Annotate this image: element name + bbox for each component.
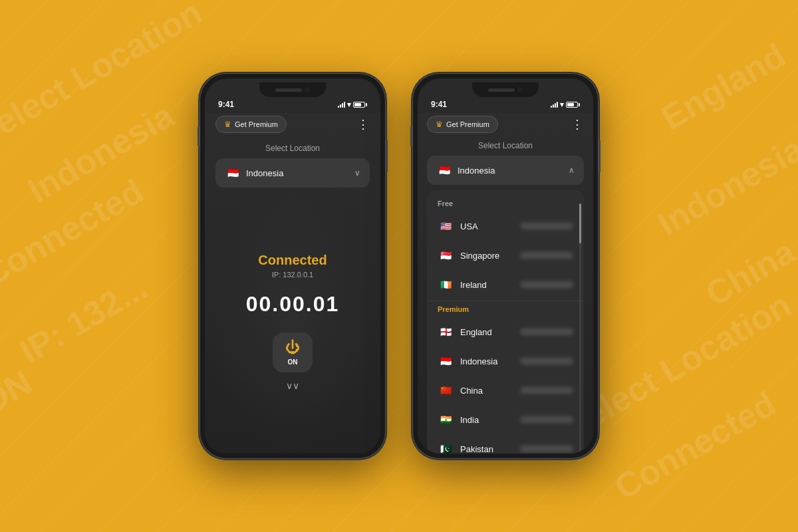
status-bar-2: 9:41 ▾ — [418, 97, 593, 113]
list-item-england[interactable]: 🏴󠁧󠁢󠁥󠁮󠁧󠁿 England — [427, 317, 584, 346]
camera-1 — [305, 87, 310, 92]
watermark-2: Indonesia — [21, 95, 180, 210]
country-name-2: Indonesia — [458, 166, 495, 176]
flag-england: 🏴󠁧󠁢󠁥󠁮󠁧󠁿 — [438, 324, 454, 340]
side-button-right — [386, 140, 388, 173]
app-content-1: ♛ Get Premium ⋮ Select Location 🇮🇩 Indon… — [205, 113, 380, 454]
location-dropdown-1[interactable]: 🇮🇩 Indonesia ∨ — [215, 158, 370, 188]
flag-indonesia: 🇮🇩 — [438, 353, 454, 369]
list-item-singapore[interactable]: 🇸🇬 Singapore — [427, 241, 584, 270]
country-name-usa: USA — [460, 221, 513, 231]
flag-pakistan: 🇵🇰 — [438, 441, 454, 454]
side-button-left-2 — [410, 126, 412, 146]
power-button-1[interactable]: ⏻ ON — [273, 332, 313, 372]
country-name-indonesia: Indonesia — [460, 356, 513, 366]
watermark-6: England — [654, 35, 793, 138]
on-label-1: ON — [288, 358, 298, 366]
flag-india: 🇮🇳 — [438, 412, 454, 428]
ip-address-1: IP: 132.0.0.1 — [272, 271, 313, 279]
status-icons-1: ▾ — [338, 100, 367, 109]
power-button-wrap-1: ⏻ ON — [273, 332, 313, 372]
flag-china: 🇨🇳 — [438, 382, 454, 398]
premium-button-1[interactable]: ♛ Get Premium — [215, 116, 287, 133]
location-left-2: 🇮🇩 Indonesia — [436, 162, 495, 178]
scrollbar-track — [579, 203, 581, 454]
flag-circle-1: 🇮🇩 — [225, 165, 241, 181]
location-dropdown-2[interactable]: 🇮🇩 Indonesia ∧ — [427, 156, 584, 185]
list-item-indonesia[interactable]: 🇮🇩 Indonesia — [427, 346, 584, 376]
premium-label-2: Get Premium — [446, 120, 489, 128]
phone-dropdown: 9:41 ▾ ♛ Get Premium ⋮ — [412, 73, 598, 459]
server-info-singapore — [520, 252, 573, 259]
status-bar-1: 9:41 ▾ — [205, 97, 380, 113]
status-time-2: 9:41 — [431, 100, 447, 109]
map-background-1 — [205, 188, 380, 454]
country-name-india: India — [460, 415, 513, 425]
server-info-indonesia — [520, 358, 573, 364]
section-divider — [427, 301, 584, 301]
select-location-label-2: Select Location — [427, 141, 584, 150]
country-name-singapore: Singapore — [460, 251, 513, 261]
wifi-icon-2: ▾ — [560, 100, 564, 109]
phone-screen-2: 9:41 ▾ ♛ Get Premium ⋮ — [418, 78, 593, 454]
list-item-usa[interactable]: 🇺🇸 USA — [427, 211, 584, 241]
server-info-india — [520, 416, 573, 423]
server-info-usa — [520, 223, 573, 229]
free-section-label: Free — [427, 197, 584, 211]
watermark-10: Connected — [608, 384, 783, 507]
location-left-1: 🇮🇩 Indonesia — [225, 165, 283, 181]
power-icon-1: ⏻ — [285, 339, 300, 356]
country-name-england: England — [460, 327, 513, 337]
phone-screen-1: 9:41 ▾ ♛ Get Premium ⋮ — [205, 78, 380, 454]
chevron-up-icon-2: ∧ — [569, 166, 575, 175]
side-button-right-2 — [598, 140, 600, 173]
connected-status-1: Connected — [258, 253, 327, 268]
watermark-7: Indonesia — [651, 128, 798, 243]
flag-emoji-2: 🇮🇩 — [439, 165, 450, 176]
flag-singapore: 🇸🇬 — [438, 247, 454, 263]
signal-bars-1 — [338, 101, 345, 108]
map-area-1: Connected IP: 132.0.0.1 00.00.01 ⏻ ON ∨∨ — [215, 201, 370, 443]
server-info-pakistan — [520, 446, 573, 452]
camera-2 — [517, 87, 523, 92]
country-name-ireland: Ireland — [460, 280, 513, 290]
list-item-china[interactable]: 🇨🇳 China — [427, 376, 584, 405]
signal-bars-2 — [551, 101, 558, 108]
speaker-2 — [488, 88, 515, 92]
scrollbar-thumb[interactable] — [579, 203, 581, 243]
flag-usa: 🇺🇸 — [438, 218, 454, 234]
country-list: Free 🇺🇸 USA 🇸🇬 Singapore 🇮🇪 Ireland — [427, 190, 584, 454]
flag-circle-2: 🇮🇩 — [436, 162, 452, 178]
status-icons-2: ▾ — [551, 100, 580, 109]
list-item-india[interactable]: 🇮🇳 India — [427, 405, 584, 434]
flag-emoji-1: 🇮🇩 — [227, 168, 239, 178]
notch-cutout-2 — [472, 82, 539, 97]
menu-dots-1[interactable]: ⋮ — [357, 117, 370, 132]
premium-button-2[interactable]: ♛ Get Premium — [427, 116, 498, 133]
crown-icon-2: ♛ — [436, 120, 443, 129]
menu-dots-2[interactable]: ⋮ — [571, 117, 584, 132]
battery-icon-2 — [566, 102, 580, 108]
timer-display-1: 00.00.01 — [246, 292, 340, 317]
crown-icon-1: ♛ — [224, 120, 231, 129]
side-button-left — [198, 126, 200, 146]
select-location-label-1: Select Location — [215, 144, 370, 153]
country-name-1: Indonesia — [246, 168, 283, 178]
phone-notch-2 — [418, 78, 593, 97]
app-content-2: ♛ Get Premium ⋮ Select Location 🇮🇩 Indon… — [418, 113, 593, 454]
list-inner: Free 🇺🇸 USA 🇸🇬 Singapore 🇮🇪 Ireland — [427, 190, 584, 454]
country-name-china: China — [460, 386, 513, 396]
watermark-3: Connected — [0, 171, 150, 295]
premium-section-label: Premium — [427, 303, 584, 317]
status-time-1: 9:41 — [218, 100, 234, 109]
watermark-5: ON — [0, 362, 39, 423]
server-info-china — [520, 387, 573, 394]
list-item-pakistan[interactable]: 🇵🇰 Pakistan — [427, 434, 584, 454]
top-bar-1: ♛ Get Premium ⋮ — [215, 116, 370, 133]
speaker-1 — [275, 88, 302, 92]
notch-cutout-1 — [259, 82, 326, 97]
chevron-down-icon-1: ∨ — [354, 168, 360, 178]
double-chevron-1[interactable]: ∨∨ — [286, 380, 299, 391]
list-item-ireland[interactable]: 🇮🇪 Ireland — [427, 270, 584, 299]
watermark-4: IP: 132... — [13, 267, 154, 371]
